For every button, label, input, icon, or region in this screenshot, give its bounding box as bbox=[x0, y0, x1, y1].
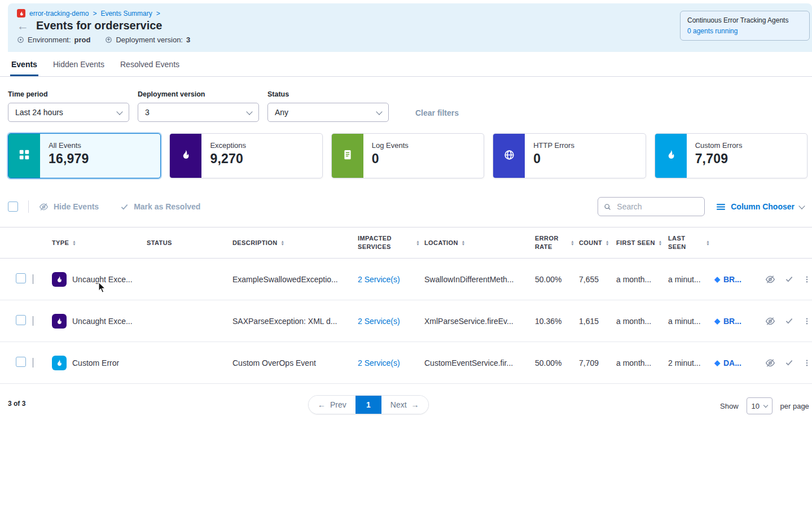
back-button[interactable]: ← bbox=[17, 20, 29, 32]
type-cell: Custom Error bbox=[52, 356, 147, 370]
sort-icon[interactable]: ▲▼ bbox=[281, 240, 285, 246]
breadcrumb-separator: > bbox=[156, 10, 160, 17]
column-header-impacted-services[interactable]: IMPACTED SERVICES▲▼ bbox=[358, 234, 424, 251]
chevron-down-icon bbox=[376, 108, 382, 115]
agents-running-link[interactable]: 0 agents running bbox=[687, 27, 802, 35]
event-location: CustomEventService.fir... bbox=[424, 358, 535, 367]
expand-row-icon[interactable] bbox=[33, 274, 33, 284]
event-type: Custom Error bbox=[72, 358, 119, 367]
jira-ticket-link[interactable]: ◆BR... bbox=[714, 317, 760, 326]
flame-icon bbox=[180, 149, 191, 163]
deployment-version-value: 3 bbox=[145, 108, 150, 117]
sort-icon[interactable]: ▲▼ bbox=[570, 240, 574, 246]
sort-icon[interactable]: ▲▼ bbox=[416, 240, 420, 246]
sort-icon[interactable]: ▲▼ bbox=[605, 240, 609, 246]
mark-resolved-label: Mark as Resolved bbox=[134, 202, 200, 211]
kebab-menu-icon[interactable] bbox=[803, 358, 811, 367]
resolve-event-icon[interactable] bbox=[785, 317, 793, 325]
status-filter: Status Any bbox=[267, 90, 389, 122]
hide-event-icon[interactable] bbox=[765, 316, 775, 326]
sort-icon[interactable]: ▲▼ bbox=[659, 240, 662, 246]
resolve-event-icon[interactable] bbox=[785, 358, 793, 367]
column-header-type[interactable]: TYPE▲▼ bbox=[52, 239, 147, 247]
environment-value: prod bbox=[74, 36, 91, 44]
row-count-label: 3 of 3 bbox=[8, 400, 25, 408]
select-all-checkbox[interactable] bbox=[8, 202, 18, 212]
time-period-value: Last 24 hours bbox=[15, 108, 63, 117]
next-page-button[interactable]: Next → bbox=[381, 396, 428, 414]
row-checkbox[interactable] bbox=[16, 357, 26, 367]
page-size-control: Show 10 per page bbox=[720, 397, 809, 414]
column-header-last-seen[interactable]: LAST SEEN▲▼ bbox=[668, 234, 714, 251]
status-filter-label: Status bbox=[267, 90, 389, 98]
error-rate: 50.00% bbox=[535, 275, 579, 284]
impacted-services-link[interactable]: 2 Service(s) bbox=[358, 275, 400, 284]
card-label: HTTP Errors bbox=[533, 141, 574, 150]
column-header-location[interactable]: LOCATION▲▼ bbox=[424, 239, 535, 247]
hamburger-icon bbox=[716, 203, 726, 211]
tab-hidden-events[interactable]: Hidden Events bbox=[52, 60, 106, 76]
prev-page-button[interactable]: ← Prev bbox=[309, 396, 355, 414]
column-header-error-rate[interactable]: ERROR RATE▲▼ bbox=[535, 234, 579, 251]
card-custom-errors[interactable]: Custom Errors 7,709 bbox=[655, 133, 807, 178]
event-type: Uncaught Exce... bbox=[72, 317, 133, 326]
page-size-select[interactable]: 10 bbox=[747, 397, 773, 414]
eye-slash-icon bbox=[39, 202, 49, 212]
sort-icon[interactable]: ▲▼ bbox=[706, 240, 710, 246]
first-seen: a month... bbox=[616, 317, 668, 326]
impacted-services-link[interactable]: 2 Service(s) bbox=[358, 317, 400, 326]
expand-row-icon[interactable] bbox=[33, 358, 33, 367]
event-location: SwallowInDifferentMeth... bbox=[424, 275, 535, 284]
search-input[interactable] bbox=[616, 202, 699, 212]
row-checkbox[interactable] bbox=[16, 273, 26, 283]
environment-meta: Environment: prod bbox=[17, 36, 90, 44]
deployment-version-icon bbox=[105, 36, 112, 43]
mark-resolved-button[interactable]: Mark as Resolved bbox=[120, 202, 200, 211]
per-page-label: per page bbox=[780, 402, 809, 410]
jira-ticket-link[interactable]: ◆BR... bbox=[714, 275, 760, 284]
card-http-errors[interactable]: HTTP Errors 0 bbox=[493, 133, 646, 178]
column-header-count[interactable]: COUNT▲▼ bbox=[579, 239, 616, 247]
breadcrumb-link-events-summary[interactable]: Events Summary bbox=[100, 10, 152, 17]
agents-panel[interactable]: Continuous Error Tracking Agents 0 agent… bbox=[680, 11, 810, 41]
environment-icon bbox=[17, 36, 24, 43]
kebab-menu-icon[interactable] bbox=[803, 275, 811, 284]
hide-events-button[interactable]: Hide Events bbox=[39, 202, 99, 212]
table-header: TYPE▲▼ STATUS DESCRIPTION▲▼ IMPACTED SER… bbox=[0, 227, 812, 259]
table-footer: 3 of 3 ← Prev 1 Next → Show 10 per page bbox=[0, 394, 812, 420]
tab-events[interactable]: Events bbox=[10, 60, 38, 76]
sort-icon[interactable]: ▲▼ bbox=[462, 240, 466, 246]
first-seen: a month... bbox=[616, 275, 668, 284]
page-header: error-tracking-demo > Events Summary > ←… bbox=[8, 3, 812, 52]
event-description: Custom OverOps Event bbox=[232, 358, 358, 367]
impacted-services-link[interactable]: 2 Service(s) bbox=[358, 358, 400, 367]
breadcrumb-separator: > bbox=[93, 10, 96, 17]
type-cell: Uncaught Exce... bbox=[52, 272, 147, 287]
page-number-button[interactable]: 1 bbox=[355, 396, 381, 414]
time-period-select[interactable]: Last 24 hours bbox=[8, 103, 129, 122]
card-all-events[interactable]: All Events 16,979 bbox=[8, 133, 161, 178]
card-exceptions[interactable]: Exceptions 9,270 bbox=[169, 133, 322, 178]
column-header-status: STATUS bbox=[147, 239, 232, 247]
page-title: Events for orderservice bbox=[36, 19, 162, 32]
column-chooser-label: Column Chooser bbox=[731, 202, 795, 211]
row-checkbox[interactable] bbox=[16, 315, 26, 325]
sort-icon[interactable]: ▲▼ bbox=[72, 240, 76, 246]
clear-filters-button[interactable]: Clear filters bbox=[415, 108, 459, 117]
tab-resolved-events[interactable]: Resolved Events bbox=[119, 60, 181, 76]
jira-ticket-link[interactable]: ◆DA... bbox=[714, 358, 760, 367]
column-header-first-seen[interactable]: FIRST SEEN▲▼ bbox=[616, 239, 668, 247]
expand-row-icon[interactable] bbox=[33, 316, 33, 326]
deployment-version-select[interactable]: 3 bbox=[138, 103, 259, 122]
column-chooser-button[interactable]: Column Chooser bbox=[716, 202, 804, 211]
deployment-version-label: Deployment version bbox=[138, 90, 259, 98]
resolve-event-icon[interactable] bbox=[785, 275, 793, 283]
breadcrumb-link-project[interactable]: error-tracking-demo bbox=[29, 10, 89, 17]
column-header-description[interactable]: DESCRIPTION▲▼ bbox=[232, 239, 358, 247]
hide-event-icon[interactable] bbox=[765, 274, 775, 285]
hide-event-icon[interactable] bbox=[765, 358, 775, 368]
deployment-value: 3 bbox=[186, 36, 190, 44]
card-log-events[interactable]: Log Events 0 bbox=[331, 133, 484, 178]
status-select[interactable]: Any bbox=[267, 103, 389, 122]
kebab-menu-icon[interactable] bbox=[803, 317, 811, 326]
